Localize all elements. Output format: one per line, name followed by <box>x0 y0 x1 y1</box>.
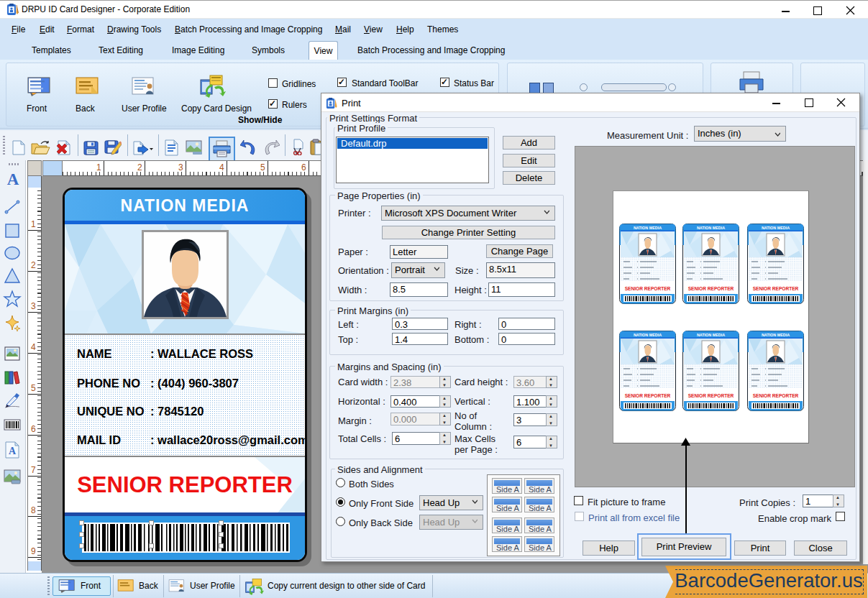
svg-text:A: A <box>9 446 17 456</box>
